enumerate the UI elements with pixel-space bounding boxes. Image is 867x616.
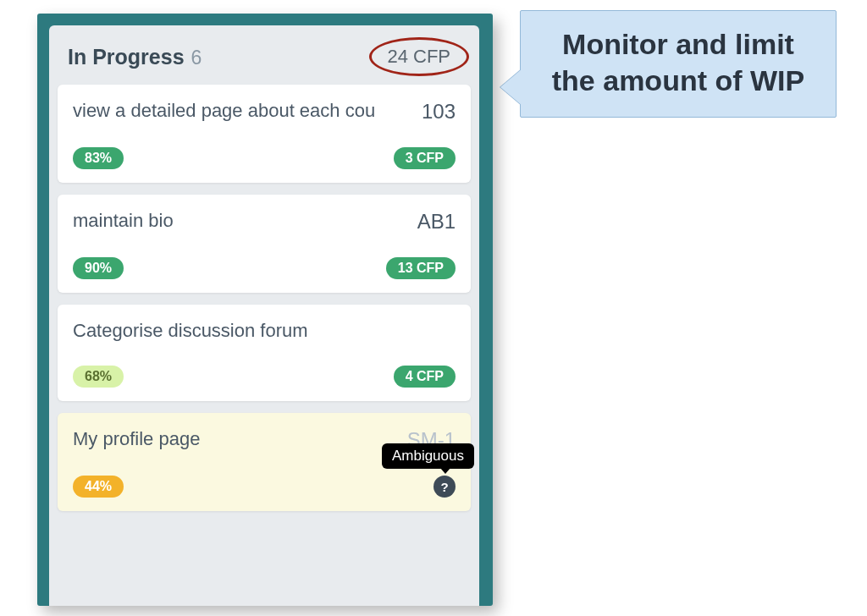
card-top-row: view a detailed page about each cou103 xyxy=(73,100,456,124)
card-title: view a detailed page about each cou xyxy=(73,100,413,122)
card-bottom-row: 44%Ambiguous? xyxy=(73,476,456,498)
cfp-total: 24 CFP xyxy=(375,44,462,69)
progress-badge: 90% xyxy=(73,257,124,279)
callout-text: Monitor and limit the amount of WIP xyxy=(552,28,804,96)
task-card[interactable]: view a detailed page about each cou10383… xyxy=(58,85,471,183)
callout-pointer xyxy=(500,69,522,106)
cfp-badge: 13 CFP xyxy=(386,257,456,279)
column-count: 6 xyxy=(191,47,202,69)
callout: Monitor and limit the amount of WIP xyxy=(520,10,837,118)
card-bottom-row: 83%3 CFP xyxy=(73,147,456,169)
column-header: In Progress 6 24 CFP xyxy=(58,25,471,85)
progress-badge: 44% xyxy=(73,476,124,498)
card-id: 103 xyxy=(422,100,456,124)
task-card[interactable]: Categorise discussion forum68%4 CFP xyxy=(58,305,471,401)
card-id: AB1 xyxy=(417,210,456,234)
card-top-row: maintain bioAB1 xyxy=(73,210,456,234)
help-icon[interactable]: ? xyxy=(434,476,456,498)
column-title: In Progress xyxy=(68,45,185,69)
progress-badge: 68% xyxy=(73,366,124,388)
card-bottom-row: 90%13 CFP xyxy=(73,257,456,279)
card-title: Categorise discussion forum xyxy=(73,320,456,342)
cfp-badge: 3 CFP xyxy=(394,147,456,169)
task-card[interactable]: maintain bioAB190%13 CFP xyxy=(58,195,471,293)
progress-badge: 83% xyxy=(73,147,124,169)
card-title: My profile page xyxy=(73,428,399,450)
cards-container: view a detailed page about each cou10383… xyxy=(58,85,471,511)
cfp-badge: 4 CFP xyxy=(394,366,456,388)
tooltip: Ambiguous xyxy=(382,443,474,469)
card-top-row: Categorise discussion forum xyxy=(73,320,456,342)
kanban-panel: In Progress 6 24 CFP view a detailed pag… xyxy=(37,14,493,606)
card-status-area: Ambiguous? xyxy=(354,476,456,498)
card-bottom-row: 68%4 CFP xyxy=(73,366,456,388)
card-status-area: 13 CFP xyxy=(354,257,456,279)
column-in-progress: In Progress 6 24 CFP view a detailed pag… xyxy=(49,25,479,606)
task-card[interactable]: My profile pageSM-144%Ambiguous? xyxy=(58,413,471,511)
card-status-area: 3 CFP xyxy=(354,147,456,169)
card-title: maintain bio xyxy=(73,210,409,232)
column-header-left: In Progress 6 xyxy=(68,45,202,69)
card-status-area: 4 CFP xyxy=(354,366,456,388)
